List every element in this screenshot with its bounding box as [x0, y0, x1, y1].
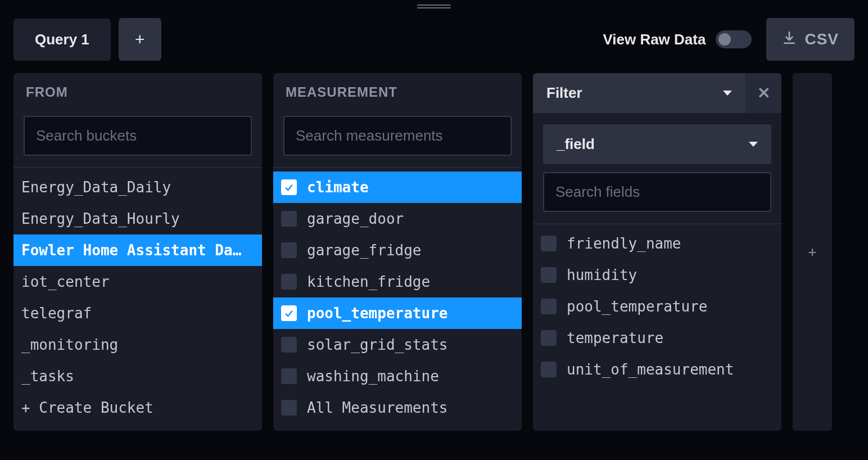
bucket-item[interactable]: telegraf: [13, 297, 262, 329]
query-tab-1[interactable]: Query 1: [13, 19, 111, 61]
field-item-label: friendly_name: [567, 235, 681, 252]
close-icon: ✕: [757, 84, 770, 102]
measurement-item-label: kitchen_fridge: [307, 273, 430, 290]
checkbox-icon: [281, 242, 297, 258]
bucket-item-label: Energy_Data_Hourly: [21, 210, 180, 227]
bucket-item-label: telegraf: [21, 305, 92, 322]
bucket-item[interactable]: Energy_Data_Hourly: [13, 203, 262, 234]
field-item[interactable]: pool_temperature: [533, 291, 781, 322]
checkbox-icon: [281, 211, 297, 227]
from-panel: From Energy_Data_DailyEnergy_Data_Hourly…: [13, 73, 262, 431]
measurement-item-label: All Measurements: [307, 399, 447, 416]
measurement-item[interactable]: garage_fridge: [273, 234, 522, 266]
toggle-knob: [718, 33, 731, 46]
bucket-item[interactable]: _monitoring: [13, 329, 262, 360]
measurement-item[interactable]: climate: [273, 172, 522, 203]
measurement-item[interactable]: solar_grid_stats: [273, 329, 522, 360]
checkbox-icon: [541, 236, 557, 251]
csv-label: CSV: [804, 30, 839, 48]
create-bucket-label: + Create Bucket: [21, 399, 153, 416]
add-filter-column-button[interactable]: +: [793, 73, 832, 431]
bucket-item-label: iot_center: [21, 273, 110, 290]
measurement-item[interactable]: washing_machine: [273, 360, 522, 392]
from-panel-title: From: [13, 73, 262, 105]
measurement-item-label: washing_machine: [307, 368, 439, 385]
resize-handle[interactable]: [417, 4, 451, 8]
field-item-label: unit_of_measurement: [567, 361, 734, 378]
checkbox-icon: [541, 330, 557, 346]
measurement-item[interactable]: pool_temperature: [273, 297, 522, 329]
search-buckets-input[interactable]: [24, 116, 252, 156]
bucket-item-label: Energy_Data_Daily: [21, 179, 171, 196]
checkbox-icon: [541, 362, 557, 377]
create-bucket-button[interactable]: + Create Bucket: [13, 392, 262, 423]
field-list: friendly_namehumiditypool_temperaturetem…: [533, 224, 781, 431]
measurement-item-label: pool_temperature: [307, 305, 447, 322]
bucket-item[interactable]: Fowler Home Assistant Da…: [13, 234, 262, 266]
field-item[interactable]: unit_of_measurement: [533, 354, 781, 385]
measurement-item[interactable]: All Measurements: [273, 392, 522, 423]
bucket-item[interactable]: Energy_Data_Daily: [13, 172, 262, 203]
export-csv-button[interactable]: CSV: [766, 18, 855, 61]
add-query-tab-button[interactable]: +: [119, 18, 161, 61]
bucket-item[interactable]: _tasks: [13, 360, 262, 392]
field-item[interactable]: temperature: [533, 322, 781, 354]
measurement-item[interactable]: garage_door: [273, 203, 522, 234]
measurement-item-label: garage_fridge: [307, 242, 422, 259]
query-tab-label: Query 1: [35, 31, 89, 48]
checkbox-icon: [281, 179, 297, 195]
measurement-item-label: solar_grid_stats: [307, 336, 447, 353]
search-fields-input[interactable]: [543, 172, 771, 212]
remove-filter-button[interactable]: ✕: [745, 73, 781, 113]
plus-icon: +: [808, 243, 816, 261]
plus-icon: +: [135, 30, 145, 49]
measurement-item-label: garage_door: [307, 210, 404, 227]
measurement-list: climategarage_doorgarage_fridgekitchen_f…: [273, 168, 522, 431]
checkbox-icon: [541, 299, 557, 314]
filter-type-label: Filter: [546, 84, 582, 102]
field-item[interactable]: friendly_name: [533, 228, 781, 259]
field-item-label: humidity: [567, 267, 637, 283]
chevron-down-icon: [749, 142, 758, 147]
measurement-item-label: climate: [307, 179, 369, 196]
search-measurements-input[interactable]: [283, 116, 512, 156]
field-key-dropdown[interactable]: _field: [543, 124, 771, 164]
bucket-item[interactable]: iot_center: [13, 266, 262, 297]
download-icon: [782, 30, 797, 49]
filter-panel: Filter ✕ _field friendly_namehumiditypoo…: [533, 73, 781, 431]
bucket-item-label: Fowler Home Assistant Da…: [21, 242, 241, 259]
field-key-label: _field: [557, 136, 595, 153]
measurement-item[interactable]: kitchen_fridge: [273, 266, 522, 297]
bucket-item-label: _monitoring: [21, 336, 118, 353]
checkbox-icon: [281, 368, 297, 384]
checkbox-icon: [281, 274, 297, 290]
view-raw-data-toggle[interactable]: [716, 30, 752, 48]
measurement-panel: Measurement climategarage_doorgarage_fri…: [273, 73, 522, 431]
filter-type-dropdown[interactable]: Filter: [533, 73, 745, 113]
filter-panel-header: Filter ✕: [533, 73, 781, 113]
field-item[interactable]: humidity: [533, 259, 781, 291]
view-raw-data-label: View Raw Data: [603, 31, 706, 48]
query-tabs-bar: Query 1 + View Raw Data CSV: [13, 18, 855, 61]
checkbox-icon: [281, 400, 297, 416]
measurement-panel-title: Measurement: [273, 73, 522, 105]
bucket-list: Energy_Data_DailyEnergy_Data_HourlyFowle…: [13, 168, 262, 431]
chevron-down-icon: [723, 91, 732, 96]
checkbox-icon: [281, 305, 297, 321]
field-item-label: temperature: [567, 330, 663, 346]
query-builder: From Energy_Data_DailyEnergy_Data_Hourly…: [13, 73, 855, 431]
checkbox-icon: [541, 267, 557, 283]
field-item-label: pool_temperature: [567, 298, 707, 315]
bucket-item-label: _tasks: [21, 368, 74, 385]
checkbox-icon: [281, 337, 297, 353]
